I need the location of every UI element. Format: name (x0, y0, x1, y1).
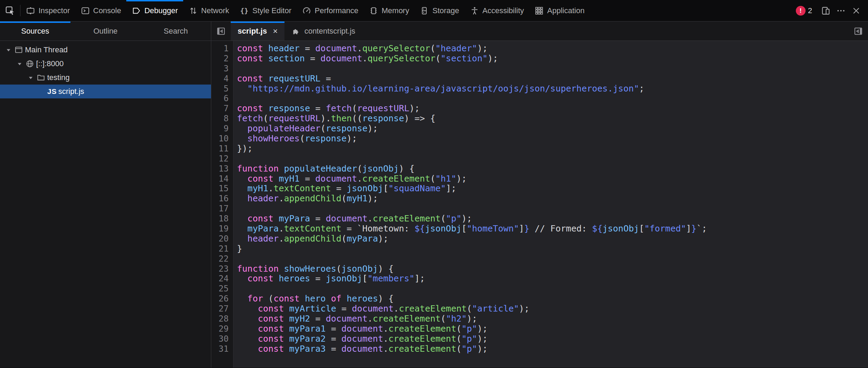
editor-tab-script-js[interactable]: script.js× (231, 21, 284, 41)
line-number[interactable]: 29 (211, 324, 233, 334)
close-devtools-button[interactable] (849, 0, 864, 21)
code-line[interactable]: "https://mdn.github.io/learning-area/jav… (237, 84, 868, 94)
line-number[interactable]: 27 (211, 304, 233, 314)
line-number[interactable]: 19 (211, 224, 233, 234)
line-number[interactable]: 21 (211, 244, 233, 254)
js-file-icon: JS (47, 87, 57, 96)
tab-application[interactable]: Application (529, 0, 590, 21)
caret-down-icon[interactable] (15, 61, 24, 67)
line-number[interactable]: 23 (211, 264, 233, 274)
code-line[interactable]: function populateHeader(jsonObj) { (237, 164, 868, 174)
line-number[interactable]: 18 (211, 214, 233, 224)
line-number[interactable]: 24 (211, 274, 233, 284)
line-number[interactable]: 20 (211, 234, 233, 244)
line-number[interactable]: 6 (211, 94, 233, 104)
code-line[interactable] (237, 254, 868, 264)
close-tab-icon[interactable]: × (273, 26, 278, 36)
code-line[interactable]: showHeroes(response); (237, 134, 868, 144)
code-line[interactable]: for (const hero of heroes) { (237, 294, 868, 304)
line-number[interactable]: 31 (211, 344, 233, 354)
tab-inspector[interactable]: Inspector (20, 0, 75, 21)
line-number[interactable]: 1 (211, 44, 233, 54)
code-line[interactable]: } (237, 244, 868, 254)
line-number[interactable]: 28 (211, 314, 233, 324)
code-line[interactable]: const myH1 = document.createElement("h1"… (237, 174, 868, 184)
code-line[interactable]: myH1.textContent = jsonObj["squadName"]; (237, 184, 868, 194)
line-number[interactable]: 3 (211, 64, 233, 74)
code-line[interactable]: const myArticle = document.createElement… (237, 304, 868, 314)
responsive-design-mode-button[interactable] (818, 0, 833, 21)
tab-console[interactable]: Console (75, 0, 127, 21)
line-number[interactable]: 22 (211, 254, 233, 264)
code-line[interactable]: }); (237, 144, 868, 154)
sidebar-tab-outline[interactable]: Outline (70, 21, 141, 41)
code-line[interactable] (237, 64, 868, 74)
editor-tab-contentscript-js[interactable]: contentscript.js (284, 21, 362, 41)
line-number[interactable]: 14 (211, 174, 233, 184)
line-number[interactable]: 8 (211, 114, 233, 124)
code-line[interactable]: const heroes = jsonObj["members"]; (237, 274, 868, 284)
tab-accessibility[interactable]: Accessibility (465, 0, 529, 21)
pick-element-button[interactable] (0, 0, 20, 21)
line-number[interactable]: 11 (211, 144, 233, 154)
caret-down-icon[interactable] (4, 47, 12, 53)
line-number[interactable]: 13 (211, 164, 233, 174)
line-number[interactable]: 10 (211, 134, 233, 144)
line-number[interactable]: 26 (211, 294, 233, 304)
line-number[interactable]: 7 (211, 104, 233, 114)
code-line[interactable]: const response = fetch(requestURL); (237, 104, 868, 114)
line-number[interactable]: 17 (211, 204, 233, 214)
tab-style-editor[interactable]: {}Style Editor (235, 0, 297, 21)
tree-item-8000[interactable]: [::]:8000 (0, 57, 211, 71)
code-line[interactable]: header.appendChild(myPara); (237, 234, 868, 244)
caret-down-icon[interactable] (26, 75, 35, 80)
code-line[interactable]: const section = document.querySelector("… (237, 54, 868, 64)
code-line[interactable]: fetch(requestURL).then((response) => { (237, 114, 868, 124)
code-line[interactable]: const myPara3 = document.createElement("… (237, 344, 868, 354)
collapse-right-pane-button[interactable] (849, 21, 868, 41)
line-number[interactable]: 2 (211, 54, 233, 64)
line-number[interactable]: 9 (211, 124, 233, 134)
editor-gutter[interactable]: 1234567891011121314151617181920212223242… (211, 41, 233, 368)
line-number[interactable]: 25 (211, 284, 233, 294)
collapse-sources-pane-button[interactable] (211, 21, 231, 41)
line-number[interactable]: 5 (211, 84, 233, 94)
code-line[interactable]: const myPara2 = document.createElement("… (237, 334, 868, 344)
sidebar-tab-sources[interactable]: Sources (0, 21, 70, 41)
more-options-button[interactable] (833, 0, 849, 21)
debugger-icon (131, 6, 141, 16)
code-line[interactable] (237, 284, 868, 294)
code-line[interactable]: function showHeroes(jsonObj) { (237, 264, 868, 274)
code-line[interactable]: const myPara1 = document.createElement("… (237, 324, 868, 334)
sidebar-tab-search[interactable]: Search (141, 21, 211, 41)
code-area[interactable]: const header = document.querySelector("h… (234, 41, 868, 354)
code-line[interactable]: const requestURL = (237, 74, 868, 84)
tab-network[interactable]: Network (183, 0, 235, 21)
tree-item-label: [::]:8000 (36, 59, 64, 68)
tree-item-label: testing (47, 73, 70, 82)
tree-item-script-js[interactable]: JSscript.js (0, 85, 211, 98)
code-line[interactable]: populateHeader(response); (237, 124, 868, 134)
tree-item-main-thread[interactable]: Main Thread (0, 43, 211, 57)
tab-debugger[interactable]: Debugger (126, 0, 183, 21)
line-number[interactable]: 4 (211, 74, 233, 84)
code-line[interactable]: const header = document.querySelector("h… (237, 44, 868, 54)
tab-performance[interactable]: Performance (297, 0, 364, 21)
sidebar-tab-label: Sources (21, 27, 49, 36)
error-badge[interactable]: ! 2 (796, 6, 812, 16)
line-number[interactable]: 12 (211, 154, 233, 164)
code-editor[interactable]: 1234567891011121314151617181920212223242… (211, 41, 868, 368)
tab-storage[interactable]: Storage (414, 0, 464, 21)
code-line[interactable]: header.appendChild(myH1); (237, 194, 868, 204)
code-line[interactable]: const myH2 = document.createElement("h2"… (237, 314, 868, 324)
code-line[interactable]: myPara.textContent = `Hometown: ${jsonOb… (237, 224, 868, 234)
code-line[interactable] (237, 154, 868, 164)
line-number[interactable]: 30 (211, 334, 233, 344)
line-number[interactable]: 15 (211, 184, 233, 194)
tree-item-testing[interactable]: testing (0, 71, 211, 85)
code-line[interactable]: const myPara = document.createElement("p… (237, 214, 868, 224)
code-line[interactable] (237, 204, 868, 214)
tab-memory[interactable]: Memory (364, 0, 414, 21)
code-line[interactable] (237, 94, 868, 104)
line-number[interactable]: 16 (211, 194, 233, 204)
